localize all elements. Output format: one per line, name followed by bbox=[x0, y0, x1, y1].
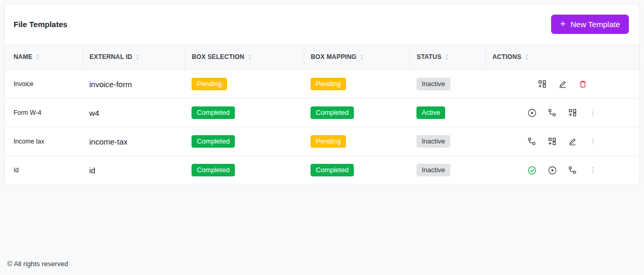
mapping-icon[interactable] bbox=[528, 137, 536, 146]
table-header-row: NAME▲▼EXTERNAL ID▲▼BOX SELECTION▲▼BOX MA… bbox=[5, 45, 639, 70]
external-id-cell: invoice-form bbox=[82, 70, 185, 99]
sort-arrows-icon: ▲▼ bbox=[360, 54, 364, 61]
column-header-box-selection[interactable]: BOX SELECTION▲▼ bbox=[185, 45, 304, 70]
sort-arrows-icon: ▲▼ bbox=[136, 54, 140, 61]
check-circle-icon[interactable] bbox=[528, 166, 536, 175]
box-mapping-badge: Completed bbox=[311, 164, 354, 176]
templates-table: NAME▲▼EXTERNAL ID▲▼BOX SELECTION▲▼BOX MA… bbox=[5, 44, 639, 185]
name-cell: Form W-4 bbox=[5, 99, 82, 127]
external-id-cell: id bbox=[82, 156, 185, 185]
actions-cell bbox=[485, 109, 639, 117]
column-header-label: EXTERNAL ID bbox=[90, 53, 133, 61]
name-cell: Invoice bbox=[5, 70, 82, 99]
box-mapping-badge: Pending bbox=[311, 78, 346, 90]
name-cell: Income tax bbox=[5, 127, 82, 156]
box-mapping-badge: Pending bbox=[311, 135, 346, 148]
column-header-actions[interactable]: ACTIONS▲▼ bbox=[485, 45, 639, 70]
box-selection-badge: Completed bbox=[192, 106, 235, 119]
external-id-cell: income-tax bbox=[82, 127, 185, 156]
sort-arrows-icon: ▲▼ bbox=[36, 54, 40, 61]
box-selection-badge: Completed bbox=[192, 164, 235, 176]
status-badge: Active bbox=[416, 106, 445, 119]
edit-icon[interactable] bbox=[558, 80, 567, 89]
plus-icon: + bbox=[560, 19, 566, 29]
sort-arrows-icon: ▲▼ bbox=[248, 54, 252, 61]
table-row: Id id Completed Completed Inactive bbox=[5, 156, 639, 185]
play-icon[interactable] bbox=[528, 109, 536, 117]
name-cell: Id bbox=[5, 156, 82, 185]
kebab-menu-icon[interactable] bbox=[589, 109, 598, 117]
box-selection-badge: Pending bbox=[192, 78, 227, 90]
column-header-label: BOX SELECTION bbox=[192, 53, 245, 61]
column-header-external-id[interactable]: EXTERNAL ID▲▼ bbox=[82, 45, 185, 70]
column-header-status[interactable]: STATUS▲▼ bbox=[410, 45, 485, 70]
table-body: Invoice invoice-form Pending Pending Ina… bbox=[5, 70, 639, 185]
column-header-label: BOX MAPPING bbox=[311, 53, 357, 61]
new-template-button[interactable]: + New Template bbox=[551, 15, 629, 34]
actions-cell bbox=[485, 137, 639, 146]
column-header-label: NAME bbox=[14, 53, 32, 61]
edit-icon[interactable] bbox=[568, 137, 577, 146]
column-header-box-mapping[interactable]: BOX MAPPING▲▼ bbox=[304, 45, 410, 70]
grid-plus-icon[interactable] bbox=[548, 137, 557, 146]
table-row: Invoice invoice-form Pending Pending Ina… bbox=[5, 70, 639, 99]
grid-plus-icon[interactable] bbox=[538, 80, 546, 89]
copyright-text: © All rights reserved bbox=[7, 260, 68, 268]
actions-cell bbox=[485, 166, 639, 175]
column-header-label: STATUS bbox=[417, 53, 442, 61]
status-badge: Inactive bbox=[416, 135, 450, 148]
column-header-label: ACTIONS bbox=[493, 53, 521, 61]
kebab-menu-icon[interactable] bbox=[589, 137, 598, 146]
kebab-menu-icon[interactable] bbox=[589, 166, 598, 175]
new-template-label: New Template bbox=[570, 20, 620, 29]
trash-icon[interactable] bbox=[578, 80, 587, 89]
page-title: File Templates bbox=[14, 20, 67, 29]
table-row: Income tax income-tax Completed Pending … bbox=[5, 127, 639, 156]
play-icon[interactable] bbox=[548, 166, 557, 175]
table-row: Form W-4 w4 Completed Completed Active bbox=[5, 99, 639, 127]
box-mapping-badge: Completed bbox=[311, 106, 354, 119]
mapping-icon[interactable] bbox=[548, 109, 557, 117]
grid-plus-icon[interactable] bbox=[568, 109, 577, 117]
actions-cell bbox=[485, 80, 639, 89]
sort-arrows-icon: ▲▼ bbox=[525, 54, 529, 61]
box-selection-badge: Completed bbox=[192, 135, 235, 148]
column-header-name[interactable]: NAME▲▼ bbox=[5, 45, 82, 70]
card-header: File Templates + New Template bbox=[5, 4, 639, 44]
mapping-icon[interactable] bbox=[568, 166, 577, 175]
status-badge: Inactive bbox=[416, 78, 450, 90]
status-badge: Inactive bbox=[416, 164, 450, 176]
file-templates-card: File Templates + New Template NAME▲▼EXTE… bbox=[4, 4, 640, 185]
external-id-cell: w4 bbox=[82, 99, 185, 127]
sort-arrows-icon: ▲▼ bbox=[445, 54, 449, 61]
